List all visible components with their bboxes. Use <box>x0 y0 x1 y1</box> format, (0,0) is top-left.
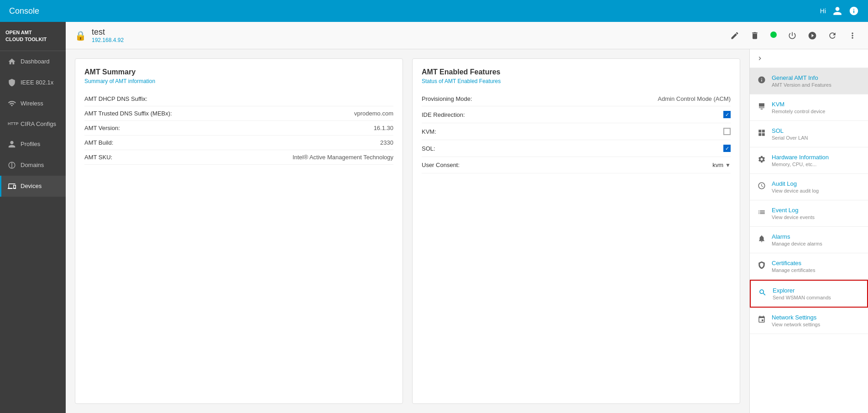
network-icon <box>757 315 766 324</box>
topbar-title: Console <box>9 6 820 16</box>
sol-icon <box>757 128 766 137</box>
main-layout: OPEN AMT CLOUD TOOLKIT Dashboard IEEE 80… <box>0 22 868 413</box>
device-header: 🔒 test 192.168.4.92 <box>66 22 868 49</box>
user-consent-row: User Consent: kvm ▼ <box>422 157 731 173</box>
right-panel-item-certificates[interactable]: Certificates Manage certificates <box>750 253 868 280</box>
hardware-gear-icon <box>757 155 766 163</box>
right-panel-item-sol[interactable]: SOL Serial Over LAN <box>750 121 868 147</box>
user-consent-select[interactable]: kvm ▼ <box>712 162 731 168</box>
more-button[interactable] <box>846 29 859 42</box>
home-icon <box>8 58 16 66</box>
sidebar-item-ieee8021x[interactable]: IEEE 802.1x <box>0 72 66 93</box>
alarm-icon <box>757 234 766 243</box>
sidebar-item-profiles[interactable]: Profiles <box>0 134 66 155</box>
sol-row: SOL: ✓ <box>422 140 731 157</box>
sidebar-item-domains[interactable]: Domains <box>0 155 66 176</box>
chevron-right-icon <box>756 55 763 62</box>
provisioning-mode-row: Provisioning Mode: Admin Control Mode (A… <box>422 92 731 106</box>
kvm-row: KVM: <box>422 123 731 140</box>
table-row: AMT Version: 16.1.30 <box>84 121 393 136</box>
refresh-button[interactable] <box>826 29 839 42</box>
sol-checkbox[interactable]: ✓ <box>723 145 731 152</box>
shield-icon <box>8 78 16 87</box>
table-row: AMT Build: 2330 <box>84 136 393 150</box>
power-button[interactable] <box>769 29 779 42</box>
amt-features-panel: AMT Enabled Features Status of AMT Enabl… <box>412 58 740 404</box>
lock-icon: 🔒 <box>75 30 86 41</box>
select-arrow-icon: ▼ <box>725 162 731 168</box>
sidebar-item-devices[interactable]: Devices <box>0 176 66 197</box>
wifi-icon <box>8 99 16 108</box>
sidebar-item-cira[interactable]: HTTP CIRA Configs <box>0 114 66 134</box>
device-actions <box>728 29 859 42</box>
topbar: Console Hi <box>0 0 868 22</box>
table-row: AMT DHCP DNS Suffix: <box>84 92 393 106</box>
right-panel-item-general-amt-info[interactable]: General AMT Info AMT Version and Feature… <box>750 68 868 94</box>
amt-summary-title: AMT Summary <box>84 68 393 76</box>
monitor-icon <box>757 102 766 110</box>
info-circle-icon <box>757 75 766 84</box>
audit-clock-icon <box>757 181 766 190</box>
right-panel-collapse-button[interactable] <box>750 49 868 68</box>
content-area: 🔒 test 192.168.4.92 <box>66 22 868 413</box>
search-icon <box>758 288 767 297</box>
topbar-right: Hi <box>820 6 859 16</box>
http-icon: HTTP <box>8 121 16 126</box>
table-row: AMT Trusted DNS Suffix (MEBx): vprodemo.… <box>84 106 393 121</box>
device-ip: 192.168.4.92 <box>92 37 723 43</box>
cert-icon <box>757 261 766 269</box>
event-list-icon <box>757 208 766 216</box>
sidebar-brand: OPEN AMT CLOUD TOOLKIT <box>0 22 66 51</box>
ide-redirection-checkbox[interactable]: ✓ <box>723 111 731 118</box>
ide-redirection-row: IDE Redirection: ✓ <box>422 106 731 123</box>
deactivate-button[interactable] <box>806 29 819 42</box>
profiles-icon <box>8 140 16 148</box>
right-panel-item-hardware-info[interactable]: Hardware Information Memory, CPU, etc... <box>750 147 868 174</box>
sidebar-item-wireless[interactable]: Wireless <box>0 93 66 114</box>
amt-summary-rows: AMT DHCP DNS Suffix: AMT Trusted DNS Suf… <box>84 92 393 165</box>
info-topbar-icon[interactable] <box>849 6 859 16</box>
right-panel: General AMT Info AMT Version and Feature… <box>749 49 868 413</box>
delete-button[interactable] <box>748 29 761 42</box>
sidebar-item-dashboard[interactable]: Dashboard <box>0 51 66 72</box>
right-panel-item-network-settings[interactable]: Network Settings View network settings <box>750 308 868 334</box>
devices-icon <box>8 182 16 190</box>
edit-button[interactable] <box>728 29 741 42</box>
right-panel-item-explorer[interactable]: Explorer Send WSMAN commands <box>750 280 868 308</box>
right-panel-item-audit-log[interactable]: Audit Log View device audit log <box>750 174 868 200</box>
device-header-info: test 192.168.4.92 <box>92 27 723 43</box>
status-dot <box>770 31 777 38</box>
right-panel-item-alarms[interactable]: Alarms Manage device alarms <box>750 227 868 253</box>
sidebar: OPEN AMT CLOUD TOOLKIT Dashboard IEEE 80… <box>0 22 66 413</box>
right-panel-item-kvm[interactable]: KVM Remotely control device <box>750 94 868 121</box>
amt-summary-panel: AMT Summary Summary of AMT information A… <box>75 58 403 404</box>
amt-features-title: AMT Enabled Features <box>422 68 731 76</box>
user-icon[interactable] <box>832 6 842 16</box>
device-name: test <box>92 27 723 37</box>
topbar-hi-label: Hi <box>820 7 826 15</box>
domain-icon <box>8 161 16 169</box>
panels-area: AMT Summary Summary of AMT information A… <box>66 49 749 413</box>
page-body: AMT Summary Summary of AMT information A… <box>66 49 868 413</box>
amt-summary-subtitle: Summary of AMT information <box>84 78 393 84</box>
table-row: AMT SKU: Intel® Active Management Techno… <box>84 150 393 165</box>
right-panel-item-event-log[interactable]: Event Log View device events <box>750 200 868 227</box>
kvm-checkbox[interactable] <box>723 128 731 135</box>
amt-features-subtitle: Status of AMT Enabled Features <box>422 78 731 84</box>
power-action-button[interactable] <box>786 29 799 42</box>
